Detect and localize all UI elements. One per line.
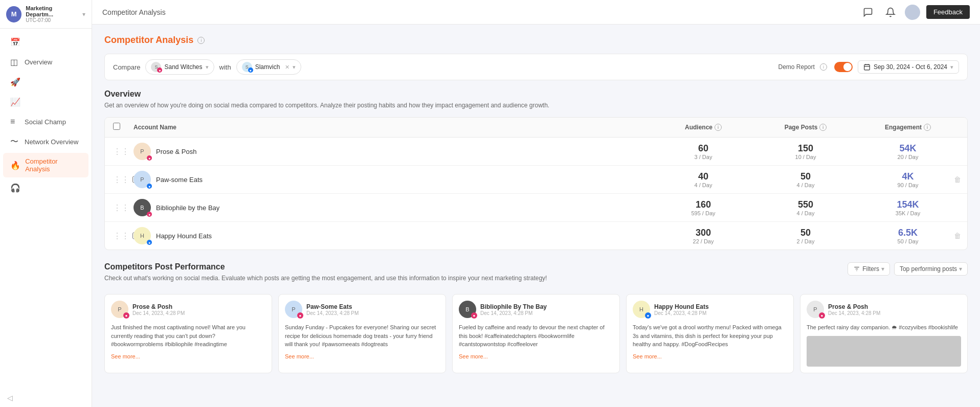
date-range-picker[interactable]: Sep 30, 2024 - Oct 6, 2024 ▾ <box>858 60 959 74</box>
overview-table: Account Name Audience i Page Posts i Eng… <box>104 117 968 250</box>
audience-info-icon[interactable]: i <box>715 124 722 131</box>
post-card: H ● Happy Hound Eats Dec 14, 2023, 4:28 … <box>626 294 794 373</box>
post-social-badge: ● <box>645 312 651 319</box>
publish-icon: 🚀 <box>10 77 20 87</box>
sidebar-item-social-champ[interactable]: ≡ Social Champ <box>3 112 88 131</box>
collapse-sidebar-btn[interactable]: ◁ <box>0 389 92 407</box>
account2-remove-icon[interactable]: ✕ <box>285 64 289 71</box>
table-row: ⋮⋮ H ● Happy Hound Eats 300 22 / Day <box>105 222 967 250</box>
post-card-meta: Bibliophile By The Bay Dec 14, 2023, 4:2… <box>480 303 547 316</box>
drag-icon: ⋮⋮ <box>113 147 129 156</box>
fb-badge: ● <box>147 240 152 245</box>
post-card-account-name: Paw-Some Eats <box>306 303 359 310</box>
account-avatar: P ● <box>133 171 151 188</box>
feedback-button[interactable]: Feedback <box>926 5 970 19</box>
header-checkbox[interactable] <box>113 123 120 130</box>
content-area: Competitor Analysis i Compare S ● Sand W… <box>92 25 980 407</box>
post-card-avatar: B ● <box>459 301 476 318</box>
page-posts-value: 50 <box>754 228 857 238</box>
org-chevron-icon: ▾ <box>82 11 85 18</box>
post-card-text: Just finished the most captivating novel… <box>111 323 265 349</box>
post-perf-left: Competitors Post Performance Check out w… <box>104 262 547 290</box>
see-more-link[interactable]: See more... <box>111 353 140 359</box>
org-switcher[interactable]: M Marketing Departm... UTC-07:00 ▾ <box>0 0 92 29</box>
sidebar-item-calendar[interactable]: 📅 <box>3 33 88 52</box>
page-posts-cell: 150 10 / Day <box>754 143 857 160</box>
messages-icon-btn[interactable] <box>860 4 876 20</box>
header-engagement: Engagement i <box>857 123 959 132</box>
collapse-icon: ◁ <box>7 394 13 402</box>
post-cards-grid: P ● Prose & Posh Dec 14, 2023, 4:28 PM J… <box>104 294 968 373</box>
page-posts-cell: 550 4 / Day <box>754 199 857 216</box>
top-posts-chevron-icon: ▾ <box>959 265 962 273</box>
account-cell: H ● Happy Hound Eats <box>133 227 652 244</box>
filter-right: Demo Report i Sep 30, 2024 - Oct 6, 2024… <box>778 60 959 74</box>
notifications-icon-btn[interactable] <box>882 4 899 20</box>
engagement-info-icon[interactable]: i <box>924 124 931 131</box>
page-posts-value: 50 <box>754 171 857 182</box>
post-social-badge: ● <box>819 312 825 319</box>
delete-row-icon[interactable]: 🗑 <box>954 175 961 184</box>
sidebar-item-competitor-analysis[interactable]: 🔥 Competitor Analysis <box>3 153 88 177</box>
top-posts-btn[interactable]: Top performing posts ▾ <box>894 262 968 276</box>
see-more-link[interactable]: See more... <box>459 353 488 359</box>
analytics-icon: 📈 <box>10 97 20 107</box>
post-perf-desc: Check out what's working on social media… <box>104 274 547 283</box>
sidebar-item-network-overview[interactable]: 〜 Network Overview <box>3 132 88 152</box>
fb-badge: ● <box>147 184 152 189</box>
account1-dropdown-icon[interactable]: ▾ <box>206 64 209 71</box>
org-timezone: UTC-07:00 <box>26 17 78 23</box>
engagement-value: 154K <box>857 199 959 210</box>
demo-report-toggle[interactable] <box>834 62 853 72</box>
account-name: Bibliophile by the Bay <box>156 204 219 212</box>
filters-icon <box>853 265 860 273</box>
row-drag-handle[interactable]: ⋮⋮ <box>113 175 133 185</box>
calendar-icon: 📅 <box>10 37 20 47</box>
row-drag-handle[interactable]: ⋮⋮ <box>113 231 133 241</box>
account-cell: P ● Prose & Posh <box>133 143 652 160</box>
topbar-right: Feedback <box>860 4 970 20</box>
see-more-link[interactable]: See more... <box>285 353 314 359</box>
account2-dropdown-icon[interactable]: ▾ <box>293 64 296 71</box>
social-champ-icon: ≡ <box>10 117 19 126</box>
account1-chip[interactable]: S ● Sand Witches ▾ <box>145 59 214 75</box>
competitor-analysis-icon: 🔥 <box>10 161 20 170</box>
post-card-header: H ● Happy Hound Eats Dec 14, 2023, 4:28 … <box>633 301 787 318</box>
delete-row-icon[interactable]: 🗑 <box>954 232 961 240</box>
demo-report-info-icon[interactable]: i <box>820 63 827 71</box>
compare-label: Compare <box>113 63 140 71</box>
org-name: Marketing Departm... <box>26 5 78 17</box>
filters-btn[interactable]: Filters ▾ <box>848 262 890 276</box>
engagement-sub: 20 / Day <box>857 154 959 160</box>
filter-bar: Compare S ● Sand Witches ▾ with S ● Slam… <box>104 54 968 80</box>
sidebar-item-analytics[interactable]: 📈 <box>3 93 88 111</box>
audience-value: 40 <box>652 171 754 182</box>
audience-value: 300 <box>652 228 754 238</box>
page-posts-info-icon[interactable]: i <box>819 124 827 131</box>
post-card-avatar: P ● <box>111 301 128 318</box>
account-name: Paw-some Eats <box>156 176 203 184</box>
ig-badge: ● <box>147 212 152 217</box>
account1-social-badge: ● <box>157 67 162 73</box>
post-card: P ● Paw-Some Eats Dec 14, 2023, 4:28 PM … <box>278 294 446 373</box>
sidebar-item-publish[interactable]: 🚀 <box>3 73 88 92</box>
overview-title: Overview <box>104 89 968 99</box>
see-more-link[interactable]: See more... <box>633 353 662 359</box>
date-range-chevron-icon: ▾ <box>950 64 953 71</box>
audience-value: 60 <box>652 143 754 154</box>
header-account: Account Name <box>133 123 652 132</box>
page-posts-sub: 4 / Day <box>754 182 857 188</box>
sidebar-item-listening[interactable]: 🎧 <box>3 178 88 197</box>
page-title-info-icon[interactable]: i <box>197 37 205 44</box>
post-perf-title: Competitors Post Performance <box>104 262 547 272</box>
post-card-meta: Prose & Posh Dec 14, 2023, 4:28 PM <box>132 303 185 316</box>
row-drag-handle[interactable]: ⋮⋮ <box>113 147 133 156</box>
engagement-value: 6.5K <box>857 228 959 238</box>
post-card-date: Dec 14, 2023, 4:28 PM <box>306 310 359 316</box>
row-drag-handle[interactable]: ⋮⋮ <box>113 203 133 213</box>
sidebar-item-overview[interactable]: ◫ Overview <box>3 53 88 72</box>
post-card: P ● Prose & Posh Dec 14, 2023, 4:28 PM T… <box>800 294 968 373</box>
account2-chip[interactable]: S ● Slamvich ✕ ▾ <box>236 59 302 75</box>
audience-value: 160 <box>652 199 754 210</box>
engagement-cell: 154K 35K / Day <box>857 199 959 216</box>
